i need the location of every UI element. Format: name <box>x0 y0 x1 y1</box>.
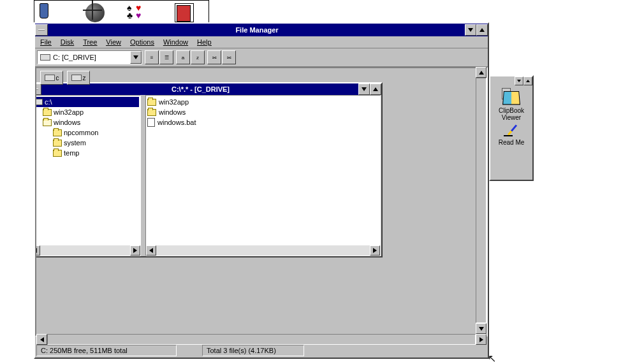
readme-icon[interactable]: Read Me <box>490 124 532 146</box>
minimize-button[interactable] <box>465 24 476 36</box>
scroll-right-icon[interactable] <box>476 334 487 345</box>
menu-help[interactable]: Help <box>197 38 212 46</box>
child-title: C:\*.* - [C_DRIVE] <box>43 85 358 93</box>
mdi-vscroll[interactable] <box>476 67 487 334</box>
sort-type-button[interactable]: z <box>191 50 205 64</box>
titlebar[interactable]: File Manager <box>35 24 488 36</box>
child-titlebar[interactable]: C:\*.* - [C_DRIVE] <box>35 83 381 95</box>
tree-node[interactable]: npcommon <box>35 127 139 138</box>
list-item[interactable]: win32app <box>147 97 379 107</box>
mdi-client: c z C:\*.* - [C_DRIVE] c:\ win32app wind… <box>35 67 488 337</box>
status-disk: C: 250MB free, 511MB total <box>36 345 177 356</box>
list-pane[interactable]: win32app windows windows.bat <box>145 95 381 256</box>
disconnect-button[interactable]: ⫘ <box>222 50 236 64</box>
child-minimize-button[interactable] <box>358 83 370 95</box>
tree-node[interactable]: windows <box>35 117 139 127</box>
cardfile-icon[interactable] <box>175 3 194 22</box>
menu-window[interactable]: Window <box>163 38 188 46</box>
menubar: File Disk Tree View Options Window Help <box>35 36 488 48</box>
tree-pane[interactable]: c:\ win32app windows npcommon system tem… <box>35 95 141 256</box>
menu-tree[interactable]: Tree <box>83 38 97 46</box>
tree-hscroll[interactable] <box>35 245 140 256</box>
scroll-down-icon[interactable] <box>476 323 487 334</box>
solitaire-icon[interactable]: ♠ ♥ ♣ ♥ <box>127 3 146 22</box>
tree-node[interactable]: system <box>35 138 139 148</box>
view-name-button[interactable]: ≡ <box>145 50 159 64</box>
mdi-hscroll[interactable] <box>36 334 487 345</box>
drive-selector-text: C: [C_DRIVE] <box>53 54 96 61</box>
drive-selector[interactable]: C: [C_DRIVE] <box>37 50 142 64</box>
list-item[interactable]: windows <box>147 107 379 117</box>
drive-z-icon[interactable]: z <box>67 71 90 85</box>
icon-label: Read Me <box>499 139 525 146</box>
child-maximize-button[interactable] <box>370 83 381 95</box>
menu-disk[interactable]: Disk <box>61 38 74 46</box>
program-group-strip: ♠ ♥ ♣ ♥ <box>34 0 209 24</box>
scroll-up-icon[interactable] <box>476 67 487 78</box>
desktop-icons-panel: ClipBook Viewer Read Me <box>489 75 534 181</box>
drive-selector-dropdown[interactable] <box>130 51 142 64</box>
sort-name-button[interactable]: a <box>176 50 190 64</box>
panel-minimize-button[interactable] <box>515 76 523 85</box>
mail-icon[interactable] <box>40 3 59 22</box>
panel-maximize-button[interactable] <box>523 76 532 85</box>
list-hscroll[interactable] <box>146 245 380 256</box>
minesweeper-icon[interactable] <box>85 3 105 22</box>
icon-label: ClipBook Viewer <box>490 107 532 121</box>
window-title: File Manager <box>49 26 465 34</box>
scroll-left-icon[interactable] <box>36 334 47 345</box>
list-item[interactable]: windows.bat <box>147 117 379 127</box>
clipbook-viewer-icon[interactable]: ClipBook Viewer <box>490 88 532 121</box>
maximize-button[interactable] <box>476 24 488 36</box>
share-button[interactable]: ⫘ <box>207 50 221 64</box>
status-bar: C: 250MB free, 511MB total Total 3 file(… <box>36 345 487 356</box>
toolbar: C: [C_DRIVE] ≡ ☰ a z ⫘ ⫘ <box>35 48 488 67</box>
menu-options[interactable]: Options <box>130 38 154 46</box>
child-system-menu-icon[interactable] <box>35 83 41 95</box>
tree-node[interactable]: win32app <box>35 107 139 117</box>
system-menu-icon[interactable] <box>35 24 48 36</box>
drive-c-icon[interactable]: c <box>40 71 63 85</box>
splitter[interactable] <box>142 95 145 256</box>
view-details-button[interactable]: ☰ <box>159 50 173 64</box>
tree-node[interactable]: temp <box>35 148 139 158</box>
directory-window: C:\*.* - [C_DRIVE] c:\ win32app windows … <box>35 82 383 257</box>
tree-root-node[interactable]: c:\ <box>35 97 139 107</box>
file-manager-window: File Manager File Disk Tree View Options… <box>34 22 489 359</box>
status-files: Total 3 file(s) (4.17KB) <box>202 345 304 356</box>
menu-file[interactable]: File <box>40 38 52 46</box>
menu-view[interactable]: View <box>106 38 121 46</box>
